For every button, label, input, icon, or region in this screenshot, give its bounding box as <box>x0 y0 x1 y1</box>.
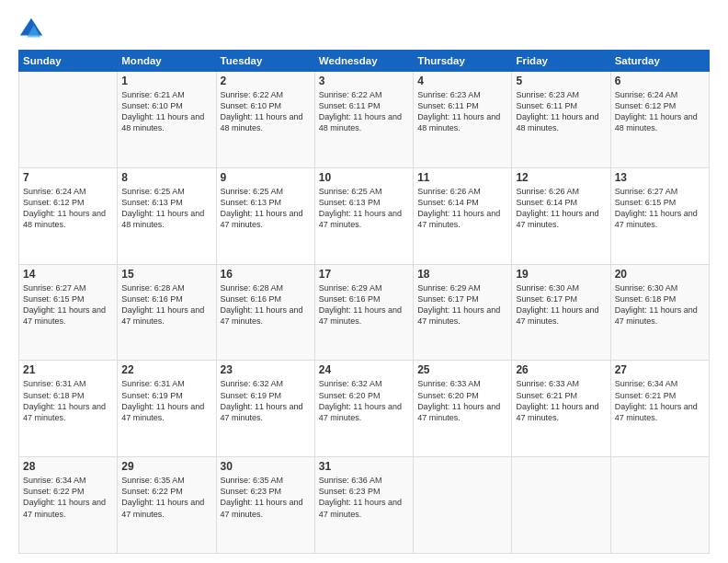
cell-info: Sunrise: 6:22 AMSunset: 6:11 PMDaylight:… <box>319 90 402 132</box>
calendar-cell: 30 Sunrise: 6:35 AMSunset: 6:23 PMDaylig… <box>216 457 314 554</box>
calendar-cell: 2 Sunrise: 6:22 AMSunset: 6:10 PMDayligh… <box>216 72 314 168</box>
day-number: 11 <box>417 171 507 184</box>
week-row-4: 21 Sunrise: 6:31 AMSunset: 6:18 PMDaylig… <box>19 361 710 457</box>
day-number: 7 <box>23 171 113 184</box>
calendar-cell: 17 Sunrise: 6:29 AMSunset: 6:16 PMDaylig… <box>314 264 413 361</box>
cell-info: Sunrise: 6:25 AMSunset: 6:13 PMDaylight:… <box>319 187 402 229</box>
calendar-cell <box>512 457 610 554</box>
weekday-monday: Monday <box>118 51 216 72</box>
weekday-tuesday: Tuesday <box>216 51 314 72</box>
cell-info: Sunrise: 6:32 AMSunset: 6:20 PMDaylight:… <box>319 379 402 421</box>
week-row-5: 28 Sunrise: 6:34 AMSunset: 6:22 PMDaylig… <box>19 457 710 554</box>
weekday-header-row: SundayMondayTuesdayWednesdayThursdayFrid… <box>19 51 710 72</box>
day-number: 17 <box>319 268 409 281</box>
day-number: 15 <box>121 268 211 281</box>
cell-info: Sunrise: 6:31 AMSunset: 6:18 PMDaylight:… <box>23 379 106 421</box>
cell-info: Sunrise: 6:25 AMSunset: 6:13 PMDaylight:… <box>121 187 204 229</box>
cell-info: Sunrise: 6:22 AMSunset: 6:10 PMDaylight:… <box>221 90 303 132</box>
calendar-cell: 11 Sunrise: 6:26 AMSunset: 6:14 PMDaylig… <box>414 167 512 264</box>
cell-info: Sunrise: 6:25 AMSunset: 6:13 PMDaylight:… <box>221 187 303 229</box>
calendar-cell: 16 Sunrise: 6:28 AMSunset: 6:16 PMDaylig… <box>216 264 314 361</box>
cell-info: Sunrise: 6:29 AMSunset: 6:16 PMDaylight:… <box>319 283 402 326</box>
cell-info: Sunrise: 6:34 AMSunset: 6:22 PMDaylight:… <box>23 476 106 518</box>
weekday-friday: Friday <box>512 51 610 72</box>
page: SundayMondayTuesdayWednesdayThursdayFrid… <box>0 0 728 563</box>
cell-info: Sunrise: 6:27 AMSunset: 6:15 PMDaylight:… <box>23 283 106 326</box>
day-number: 3 <box>319 75 409 87</box>
day-number: 20 <box>615 268 705 281</box>
day-number: 9 <box>221 171 311 184</box>
cell-info: Sunrise: 6:31 AMSunset: 6:19 PMDaylight:… <box>121 379 204 421</box>
weekday-thursday: Thursday <box>414 51 512 72</box>
cell-info: Sunrise: 6:30 AMSunset: 6:18 PMDaylight:… <box>615 283 698 326</box>
calendar-cell: 19 Sunrise: 6:30 AMSunset: 6:17 PMDaylig… <box>512 264 610 361</box>
calendar-cell: 28 Sunrise: 6:34 AMSunset: 6:22 PMDaylig… <box>19 457 118 554</box>
calendar-cell: 3 Sunrise: 6:22 AMSunset: 6:11 PMDayligh… <box>314 72 413 168</box>
calendar-cell: 31 Sunrise: 6:36 AMSunset: 6:23 PMDaylig… <box>314 457 413 554</box>
cell-info: Sunrise: 6:36 AMSunset: 6:23 PMDaylight:… <box>319 476 402 518</box>
cell-info: Sunrise: 6:26 AMSunset: 6:14 PMDaylight:… <box>516 187 598 229</box>
calendar-cell: 25 Sunrise: 6:33 AMSunset: 6:20 PMDaylig… <box>414 361 512 457</box>
cell-info: Sunrise: 6:33 AMSunset: 6:21 PMDaylight:… <box>516 379 598 421</box>
calendar-cell: 1 Sunrise: 6:21 AMSunset: 6:10 PMDayligh… <box>118 72 216 168</box>
calendar-cell: 22 Sunrise: 6:31 AMSunset: 6:19 PMDaylig… <box>118 361 216 457</box>
cell-info: Sunrise: 6:34 AMSunset: 6:21 PMDaylight:… <box>615 379 698 421</box>
day-number: 29 <box>121 460 211 473</box>
day-number: 19 <box>516 268 606 281</box>
cell-info: Sunrise: 6:23 AMSunset: 6:11 PMDaylight:… <box>417 90 500 132</box>
cell-info: Sunrise: 6:28 AMSunset: 6:16 PMDaylight:… <box>121 283 204 326</box>
calendar-cell: 29 Sunrise: 6:35 AMSunset: 6:22 PMDaylig… <box>118 457 216 554</box>
day-number: 21 <box>23 363 113 376</box>
cell-info: Sunrise: 6:23 AMSunset: 6:11 PMDaylight:… <box>516 90 598 132</box>
calendar-cell <box>610 457 709 554</box>
calendar-cell: 7 Sunrise: 6:24 AMSunset: 6:12 PMDayligh… <box>19 167 118 264</box>
cell-info: Sunrise: 6:28 AMSunset: 6:16 PMDaylight:… <box>221 283 303 326</box>
day-number: 13 <box>615 171 705 184</box>
calendar-cell: 23 Sunrise: 6:32 AMSunset: 6:19 PMDaylig… <box>216 361 314 457</box>
day-number: 25 <box>417 363 507 376</box>
week-row-1: 1 Sunrise: 6:21 AMSunset: 6:10 PMDayligh… <box>19 72 710 168</box>
day-number: 8 <box>121 171 211 184</box>
day-number: 2 <box>221 75 311 87</box>
cell-info: Sunrise: 6:24 AMSunset: 6:12 PMDaylight:… <box>615 90 698 132</box>
day-number: 18 <box>417 268 507 281</box>
calendar-cell: 27 Sunrise: 6:34 AMSunset: 6:21 PMDaylig… <box>610 361 709 457</box>
calendar-cell: 10 Sunrise: 6:25 AMSunset: 6:13 PMDaylig… <box>314 167 413 264</box>
calendar-cell: 15 Sunrise: 6:28 AMSunset: 6:16 PMDaylig… <box>118 264 216 361</box>
header <box>18 17 710 42</box>
calendar-cell: 21 Sunrise: 6:31 AMSunset: 6:18 PMDaylig… <box>19 361 118 457</box>
cell-info: Sunrise: 6:27 AMSunset: 6:15 PMDaylight:… <box>615 187 698 229</box>
weekday-wednesday: Wednesday <box>314 51 413 72</box>
day-number: 14 <box>23 268 113 281</box>
day-number: 22 <box>121 363 211 376</box>
cell-info: Sunrise: 6:32 AMSunset: 6:19 PMDaylight:… <box>221 379 303 421</box>
cell-info: Sunrise: 6:33 AMSunset: 6:20 PMDaylight:… <box>417 379 500 421</box>
cell-info: Sunrise: 6:35 AMSunset: 6:23 PMDaylight:… <box>221 476 303 518</box>
calendar-cell: 26 Sunrise: 6:33 AMSunset: 6:21 PMDaylig… <box>512 361 610 457</box>
weekday-saturday: Saturday <box>610 51 709 72</box>
weekday-sunday: Sunday <box>19 51 118 72</box>
day-number: 4 <box>417 75 507 87</box>
day-number: 1 <box>121 75 211 87</box>
day-number: 26 <box>516 363 606 376</box>
day-number: 30 <box>221 460 311 473</box>
day-number: 24 <box>319 363 409 376</box>
calendar-cell: 24 Sunrise: 6:32 AMSunset: 6:20 PMDaylig… <box>314 361 413 457</box>
calendar-cell <box>19 72 118 168</box>
calendar-cell: 14 Sunrise: 6:27 AMSunset: 6:15 PMDaylig… <box>19 264 118 361</box>
cell-info: Sunrise: 6:21 AMSunset: 6:10 PMDaylight:… <box>121 90 204 132</box>
calendar-table: SundayMondayTuesdayWednesdayThursdayFrid… <box>18 50 710 554</box>
calendar-cell: 12 Sunrise: 6:26 AMSunset: 6:14 PMDaylig… <box>512 167 610 264</box>
day-number: 5 <box>516 75 606 87</box>
day-number: 27 <box>615 363 705 376</box>
calendar-cell <box>414 457 512 554</box>
cell-info: Sunrise: 6:29 AMSunset: 6:17 PMDaylight:… <box>417 283 500 326</box>
week-row-3: 14 Sunrise: 6:27 AMSunset: 6:15 PMDaylig… <box>19 264 710 361</box>
calendar-cell: 20 Sunrise: 6:30 AMSunset: 6:18 PMDaylig… <box>610 264 709 361</box>
day-number: 31 <box>319 460 409 473</box>
day-number: 6 <box>615 75 705 87</box>
day-number: 10 <box>319 171 409 184</box>
calendar-cell: 8 Sunrise: 6:25 AMSunset: 6:13 PMDayligh… <box>118 167 216 264</box>
cell-info: Sunrise: 6:26 AMSunset: 6:14 PMDaylight:… <box>417 187 500 229</box>
day-number: 16 <box>221 268 311 281</box>
